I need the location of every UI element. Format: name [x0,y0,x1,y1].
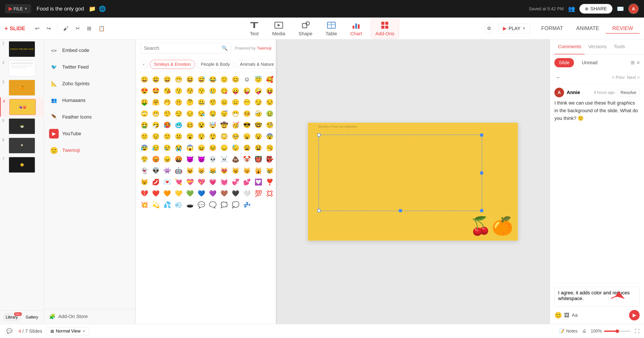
emoji-cell[interactable]: 🤠 [219,120,229,130]
emoji-cell[interactable]: 😁 [174,74,184,84]
chat-btn[interactable]: 💬 [4,326,14,336]
emoji-cat-animals[interactable]: Animals & Nature [236,60,276,69]
emoji-cell[interactable]: 👺 [264,154,275,164]
paint-format-btn[interactable]: 🖌 [61,24,71,33]
slide-thumb-1[interactable]: 1 FOOD IS THE ONLY GOD [0,40,44,59]
emoji-cell[interactable]: 😮 [185,131,195,141]
zoom-slider-thumb[interactable] [616,329,619,333]
emoji-cell[interactable]: 💖 [196,177,206,187]
emoji-cell[interactable]: 😕 [139,131,150,141]
emoji-picker-icon[interactable]: 🙂 [554,312,562,319]
emoji-cell[interactable]: 🥺 [230,131,240,141]
comments-tab[interactable]: Comments [554,40,585,54]
addon-store-btn[interactable]: 🧩 Add-On Store [44,309,136,324]
emoji-cell[interactable]: 😝 [264,86,275,96]
emoji-cell[interactable]: 😆 [185,74,195,84]
emoji-cell[interactable]: 🤤 [208,109,218,119]
emoji-cat-prev-btn[interactable]: ‹ [139,60,148,69]
emoji-cell[interactable]: 💗 [208,177,218,187]
share-btn[interactable]: ⊕ SHARE [580,4,612,14]
prev-btn[interactable]: < Prev [612,75,624,80]
versions-tab[interactable]: Versions [585,40,610,54]
emoji-cell[interactable]: 🤓 [253,120,263,130]
emoji-cell[interactable]: 🤢 [264,109,275,119]
tools-tab[interactable]: Tools [610,40,628,54]
emoji-cell[interactable]: 😔 [185,109,195,119]
emoji-cell[interactable]: 😌 [174,109,184,119]
emoji-cell[interactable]: 🥱 [264,143,275,153]
emoji-cell[interactable]: 💥 [139,200,150,210]
emoji-cell[interactable]: 💕 [242,177,252,187]
emoji-cell[interactable]: 😦 [242,131,252,141]
addon-embed-code[interactable]: <> Embed code [44,42,136,59]
emoji-cell[interactable]: 😸 [196,165,206,176]
emoji-cell[interactable]: 😧 [253,131,263,141]
emoji-cell[interactable]: 💩 [230,154,240,164]
user-avatar[interactable]: A [628,4,639,14]
emoji-cell[interactable]: 😖 [196,143,206,153]
notes-btn[interactable]: 📝 Notes [559,328,578,334]
slide-thumb-3[interactable]: 3 🍊 [0,78,44,97]
resolve-btn[interactable]: Resolve [617,89,640,96]
addon-zoho-sprints[interactable]: 📐 Zoho Sprints [44,75,136,92]
emoji-cell[interactable]: 😺 [185,165,195,176]
emoji-cell[interactable]: 😟 [151,131,161,141]
emoji-cell[interactable]: 😻 [219,165,229,176]
emoji-cell[interactable]: 😘 [162,86,172,96]
emoji-cell[interactable]: 🥴 [185,120,195,130]
emoji-cell[interactable]: 👹 [253,154,263,164]
slide-thumb-7[interactable]: 7 😊 [0,155,44,174]
emoji-cell[interactable]: 😴 [219,109,229,119]
emoji-cell[interactable]: 💤 [242,200,252,210]
review-tab[interactable]: REVIEW [606,24,640,34]
animate-tab[interactable]: ANIMATE [570,24,606,34]
emoji-cell[interactable]: ☺️ [242,74,252,84]
emoji-cell[interactable]: 💙 [196,188,206,198]
emoji-cell[interactable]: 🧡 [162,188,172,198]
emoji-cell[interactable]: 🧐 [264,120,275,130]
emoji-cell[interactable]: 🤕 [253,109,263,119]
emoji-cell[interactable]: 😿 [264,165,275,176]
emoji-cell[interactable]: 😪 [196,109,206,119]
emoji-cell[interactable]: ☹️ [174,131,184,141]
print-icon[interactable]: 🖨 [582,328,586,333]
emoji-cell[interactable]: 😎 [242,120,252,130]
emoji-cell[interactable]: 😢 [162,143,172,153]
comment-view-icon-1[interactable]: ⊞ [631,60,634,66]
emoji-cell[interactable]: 🥶 [174,120,184,130]
emoji-cell[interactable]: 💫 [151,200,161,210]
emoji-cell[interactable]: 😶 [242,97,252,107]
emoji-cell[interactable]: 😃 [151,74,161,84]
emoji-cell[interactable]: 😣 [208,143,218,153]
settings-btn[interactable]: ⚙ [484,24,494,33]
emoji-cell[interactable]: 💦 [162,200,172,210]
next-btn[interactable]: Next > [627,75,640,80]
globe-icon[interactable]: 🌐 [99,6,106,12]
emoji-cell[interactable]: 🥲 [208,86,218,96]
slide-thumb-2[interactable]: 2 [0,59,44,78]
format-tab[interactable]: FORMAT [535,24,570,34]
notifications-icon[interactable]: ✉️ [617,6,624,12]
emoji-cell[interactable]: 🙂 [219,74,229,84]
emoji-cell[interactable]: 🤡 [242,154,252,164]
emoji-cell[interactable]: ❣️ [264,177,275,187]
emoji-cell[interactable]: 😐 [219,97,229,107]
play-btn[interactable]: ▶ PLAY ▼ [498,24,530,33]
emoji-cell[interactable]: 😱 [185,143,195,153]
emoji-cell[interactable]: 😠 [162,154,172,164]
emoji-cell[interactable]: 😒 [264,97,275,107]
emoji-cell[interactable]: 😩 [242,143,252,153]
emoji-cell[interactable]: ☠️ [219,154,229,164]
emoji-cell[interactable]: 🤮 [139,120,150,130]
emoji-cell[interactable]: 😇 [253,74,263,84]
emoji-cell[interactable]: 😑 [230,97,240,107]
toolbar-addons-btn[interactable]: Add-Ons [371,19,399,39]
emoji-search-input[interactable] [144,45,220,51]
emoji-cell[interactable]: 🤨 [208,97,218,107]
emoji-cell[interactable]: 💓 [219,177,229,187]
emoji-cell[interactable]: 😓 [230,143,240,153]
emoji-cell[interactable]: 👿 [196,154,206,164]
emoji-cell[interactable]: 😲 [208,131,218,141]
redo-btn[interactable]: ↪ [44,24,54,33]
emoji-cell[interactable]: 💚 [185,188,195,198]
